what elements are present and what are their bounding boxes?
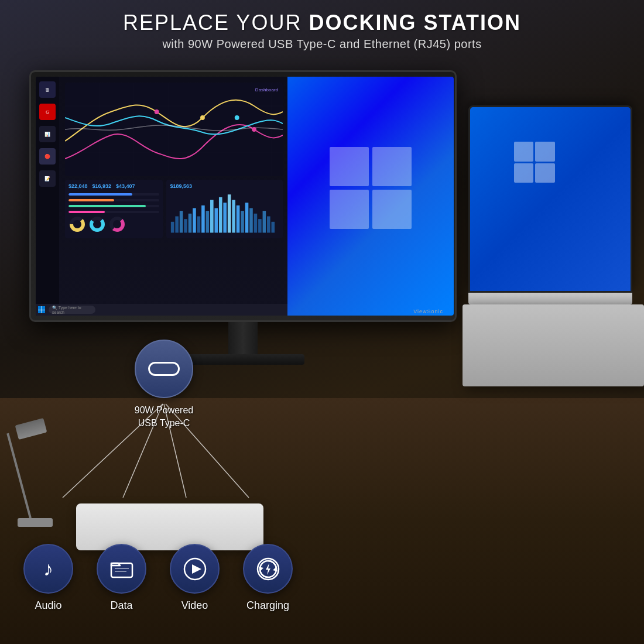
donut-1 bbox=[68, 215, 86, 233]
data-icon-circle bbox=[97, 544, 146, 594]
win-pane-1 bbox=[330, 147, 369, 186]
app-sidebar: 🗑 G 📊 🔴 📝 bbox=[36, 77, 59, 316]
start-button[interactable] bbox=[38, 306, 45, 313]
stat-card-1: $22,048 $16,932 $43,407 bbox=[65, 180, 163, 238]
donut-2 bbox=[88, 215, 106, 233]
svg-point-10 bbox=[200, 115, 205, 120]
video-play-icon bbox=[182, 556, 208, 582]
svg-rect-24 bbox=[193, 208, 197, 233]
chart-label: Dashboard bbox=[255, 87, 278, 93]
svg-rect-38 bbox=[254, 214, 258, 233]
laptop-keyboard bbox=[463, 304, 644, 386]
charging-icon-circle bbox=[243, 544, 293, 594]
donut-3 bbox=[108, 215, 126, 233]
monitor-screen: 🗑 G 📊 🔴 📝 bbox=[36, 77, 454, 316]
feature-data: Data bbox=[97, 544, 146, 612]
bar-chart-svg bbox=[170, 190, 279, 234]
stat-bar-2 bbox=[68, 199, 159, 201]
svg-rect-30 bbox=[219, 197, 222, 233]
stat-value-3: $43,407 bbox=[116, 183, 135, 189]
laptop bbox=[457, 105, 644, 398]
laptop-display bbox=[470, 107, 631, 291]
svg-rect-35 bbox=[241, 211, 245, 232]
svg-rect-28 bbox=[210, 200, 214, 233]
usb-c-label: 90W Powered USB Type-C bbox=[114, 404, 214, 430]
taskbar: 🔍 Type here to search bbox=[36, 304, 287, 316]
win-pane-3 bbox=[330, 190, 369, 229]
svg-point-11 bbox=[235, 115, 239, 120]
audio-label: Audio bbox=[35, 600, 61, 612]
svg-rect-20 bbox=[176, 216, 179, 232]
svg-rect-26 bbox=[202, 205, 205, 233]
charging-icon bbox=[255, 556, 281, 582]
svg-rect-29 bbox=[215, 208, 218, 233]
screen-dashboard: 🗑 G 📊 🔴 📝 bbox=[36, 77, 287, 316]
data-folder-icon bbox=[110, 557, 133, 581]
sidebar-icon-3: 📊 bbox=[39, 126, 56, 142]
features-row: ♪ Audio Data Video bbox=[23, 544, 293, 612]
monitor-bezel: 🗑 G 📊 🔴 📝 bbox=[29, 70, 457, 322]
feature-audio: ♪ Audio bbox=[23, 544, 73, 612]
video-label: Video bbox=[181, 600, 208, 612]
svg-rect-39 bbox=[259, 219, 262, 232]
wave-chart: Dashboard bbox=[65, 83, 283, 176]
svg-rect-21 bbox=[180, 211, 183, 232]
wave-chart-svg bbox=[65, 83, 283, 176]
screen-windows bbox=[287, 77, 454, 316]
feature-video: Video bbox=[170, 544, 220, 612]
charging-label: Charging bbox=[246, 600, 289, 612]
brand-logo: ViewSonic bbox=[413, 309, 443, 314]
laptop-windows-logo bbox=[514, 142, 555, 183]
svg-rect-36 bbox=[245, 203, 249, 232]
win-pane-2 bbox=[372, 147, 412, 186]
svg-marker-55 bbox=[266, 563, 270, 575]
svg-point-12 bbox=[252, 127, 256, 132]
svg-rect-40 bbox=[263, 211, 266, 232]
svg-rect-19 bbox=[171, 222, 174, 233]
svg-rect-42 bbox=[272, 222, 275, 233]
svg-rect-41 bbox=[267, 216, 270, 232]
monitor-stand-base bbox=[181, 354, 304, 365]
svg-rect-27 bbox=[206, 211, 210, 232]
headline: REPLACE YOUR DOCKING STATION bbox=[0, 11, 644, 35]
desk-lamp bbox=[12, 381, 59, 527]
svg-rect-25 bbox=[197, 216, 201, 232]
header-section: REPLACE YOUR DOCKING STATION with 90W Po… bbox=[0, 11, 644, 51]
stat-value-1: $22,048 bbox=[68, 183, 88, 189]
stat-bar-3 bbox=[68, 205, 159, 207]
audio-icon-circle: ♪ bbox=[23, 544, 73, 594]
svg-point-9 bbox=[155, 109, 159, 114]
laptop-win-pane-1 bbox=[514, 142, 534, 162]
svg-rect-31 bbox=[224, 203, 227, 232]
svg-rect-37 bbox=[250, 208, 254, 233]
laptop-hinge bbox=[468, 293, 632, 304]
monitor-stand-neck bbox=[228, 322, 258, 357]
stat-card-2: $189,563 bbox=[166, 180, 283, 238]
svg-rect-23 bbox=[189, 214, 192, 233]
data-label: Data bbox=[110, 600, 132, 612]
usb-c-label-text: 90W Powered USB Type-C bbox=[114, 404, 214, 430]
lamp-head bbox=[15, 418, 47, 440]
svg-rect-32 bbox=[228, 194, 231, 232]
stat-value-2: $16,932 bbox=[93, 183, 112, 189]
headline-bold: DOCKING STATION bbox=[309, 11, 521, 35]
audio-icon: ♪ bbox=[43, 557, 53, 580]
laptop-win-pane-4 bbox=[535, 163, 555, 183]
laptop-win-pane-2 bbox=[535, 142, 555, 162]
svg-rect-34 bbox=[237, 205, 240, 233]
win-pane-4 bbox=[372, 190, 412, 229]
sidebar-icon-1: 🗑 bbox=[39, 81, 56, 98]
usb-c-label-line2: USB Type-C bbox=[138, 418, 190, 428]
windows-logo bbox=[330, 147, 412, 229]
stat-bar-4 bbox=[68, 211, 159, 213]
stat-bar-1 bbox=[68, 193, 159, 196]
usb-c-icon-circle bbox=[135, 340, 193, 398]
sidebar-icon-2: G bbox=[39, 104, 56, 120]
usb-c-port-icon bbox=[148, 362, 180, 376]
headline-normal: REPLACE YOUR bbox=[123, 11, 309, 35]
taskbar-search[interactable]: 🔍 Type here to search bbox=[49, 306, 95, 314]
stat-value-big: $189,563 bbox=[170, 183, 279, 189]
feature-charging: Charging bbox=[243, 544, 293, 612]
video-icon-circle bbox=[170, 544, 220, 594]
stats-row: $22,048 $16,932 $43,407 bbox=[65, 180, 283, 238]
